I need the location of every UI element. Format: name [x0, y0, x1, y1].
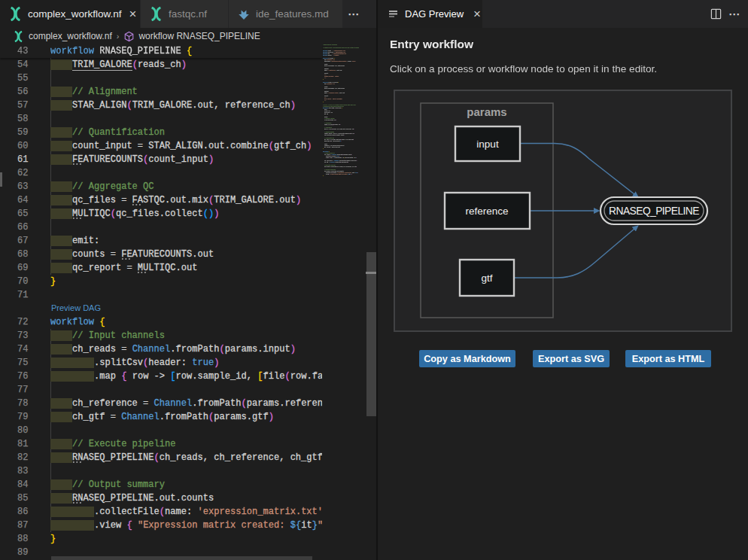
- svg-text:reference: reference: [465, 205, 508, 217]
- svg-text:RNASEQ_PIPELINE: RNASEQ_PIPELINE: [609, 205, 699, 217]
- svg-text:gtf: gtf: [481, 272, 492, 284]
- svg-text:input: input: [476, 138, 499, 150]
- svg-text:params: params: [467, 105, 506, 118]
